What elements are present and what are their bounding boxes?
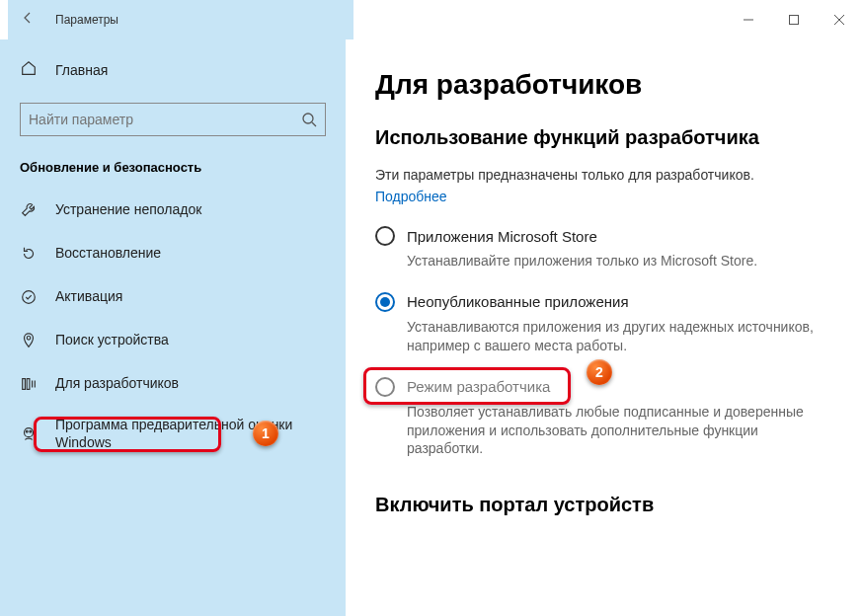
sidebar-item-label: Активация bbox=[55, 288, 122, 306]
sidebar-item-label: Для разработчиков bbox=[55, 375, 179, 393]
sidebar-item-insider[interactable]: Программа предварительной оценки Windows bbox=[0, 406, 346, 462]
radio-item-developer: Режим разработчика 2 Позволяет устанавли… bbox=[375, 377, 823, 459]
search-box[interactable] bbox=[20, 103, 326, 136]
minimize-button[interactable] bbox=[726, 0, 771, 39]
radio-label: Неопубликованные приложения bbox=[407, 293, 629, 310]
svg-point-4 bbox=[303, 114, 313, 123]
svg-line-5 bbox=[312, 122, 316, 126]
close-button[interactable] bbox=[817, 0, 862, 39]
sidebar-item-troubleshoot[interactable]: Устранение неполадок bbox=[0, 189, 346, 232]
more-link[interactable]: Подробнее bbox=[375, 189, 823, 204]
radio-desc: Устанавливаются приложения из других над… bbox=[407, 318, 823, 355]
titlebar: Параметры bbox=[0, 0, 862, 39]
main-content: Для разработчиков Использование функций … bbox=[346, 39, 862, 616]
sidebar-home-label: Главная bbox=[55, 62, 108, 78]
section-desc: Эти параметры предназначены только для р… bbox=[375, 167, 823, 183]
sidebar: Главная Обновление и безопасность Устран… bbox=[0, 39, 346, 616]
sidebar-home[interactable]: Главная bbox=[0, 49, 346, 91]
search-input[interactable] bbox=[29, 112, 301, 127]
location-icon bbox=[20, 332, 38, 349]
insider-icon bbox=[20, 425, 38, 443]
sidebar-item-label: Поиск устройства bbox=[55, 332, 169, 349]
sidebar-item-find-device[interactable]: Поиск устройства bbox=[0, 319, 346, 362]
search-icon bbox=[301, 112, 317, 127]
sidebar-item-label: Программа предварительной оценки Windows bbox=[55, 417, 326, 451]
svg-point-11 bbox=[26, 430, 28, 432]
maximize-button[interactable] bbox=[771, 0, 817, 39]
sidebar-item-label: Восстановление bbox=[55, 245, 161, 263]
back-icon[interactable] bbox=[20, 10, 36, 30]
radio-sideload[interactable] bbox=[375, 292, 395, 312]
radio-store[interactable] bbox=[375, 226, 395, 246]
annotation-badge-2: 2 bbox=[587, 359, 612, 385]
wrench-icon bbox=[20, 201, 38, 219]
radio-desc: Позволяет устанавливать любые подписанны… bbox=[407, 403, 823, 459]
sidebar-item-label: Устранение неполадок bbox=[55, 201, 201, 219]
developer-icon bbox=[20, 375, 38, 393]
svg-point-12 bbox=[30, 430, 32, 432]
svg-point-10 bbox=[25, 427, 34, 436]
radio-developer[interactable] bbox=[375, 377, 395, 397]
svg-point-6 bbox=[23, 291, 36, 304]
svg-rect-8 bbox=[23, 379, 26, 390]
window-title: Параметры bbox=[55, 13, 118, 27]
home-icon bbox=[20, 59, 38, 81]
radio-desc: Устанавливайте приложения только из Micr… bbox=[407, 252, 823, 270]
radio-label: Приложения Microsoft Store bbox=[407, 228, 597, 245]
sidebar-section-title: Обновление и безопасность bbox=[0, 156, 346, 189]
annotation-badge-1: 1 bbox=[253, 421, 278, 446]
svg-point-7 bbox=[27, 337, 31, 341]
recovery-icon bbox=[20, 245, 38, 263]
section-heading-2: Включить портал устройств bbox=[375, 494, 823, 516]
sidebar-item-developers[interactable]: Для разработчиков bbox=[0, 362, 346, 406]
radio-item-sideload: Неопубликованные приложения Устанавливаю… bbox=[375, 292, 823, 355]
svg-rect-9 bbox=[27, 379, 30, 390]
radio-label: Режим разработчика bbox=[407, 378, 550, 395]
svg-rect-1 bbox=[790, 16, 799, 25]
page-heading: Для разработчиков bbox=[375, 69, 823, 101]
sidebar-item-recovery[interactable]: Восстановление bbox=[0, 232, 346, 275]
section-heading-1: Использование функций разработчика bbox=[375, 126, 823, 149]
settings-window: Параметры Главная Обновление и безопасно… bbox=[0, 0, 862, 616]
radio-item-store: Приложения Microsoft Store Устанавливайт… bbox=[375, 226, 823, 270]
check-circle-icon bbox=[20, 288, 38, 306]
sidebar-item-activation[interactable]: Активация bbox=[0, 275, 346, 319]
